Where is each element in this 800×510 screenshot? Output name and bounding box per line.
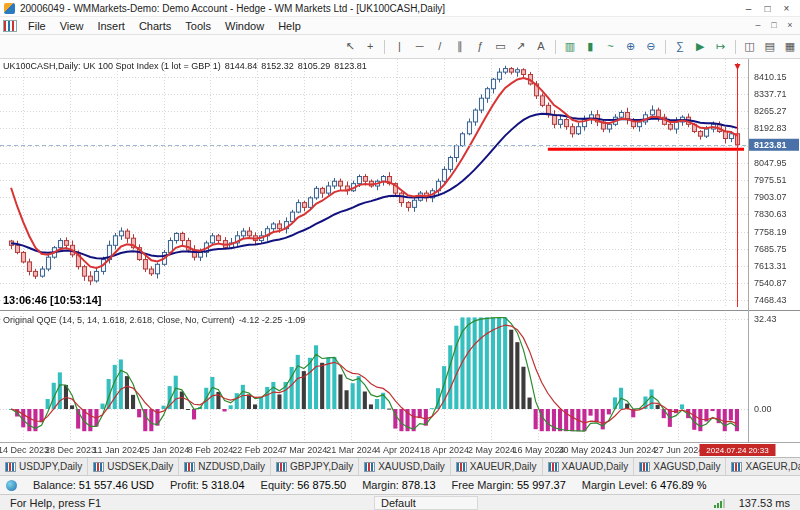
trade-margin: Margin:878.13	[362, 479, 435, 491]
latency-value: 137.53 ms	[733, 497, 796, 509]
chart-tab-icon	[93, 462, 104, 472]
tab-label: XAGEUR,Daily	[745, 461, 800, 472]
title-bar: 20006049 - WMMarkets-Demo: Demo Account …	[0, 0, 800, 17]
trade-balance: Balance:51 557.46 USD	[33, 479, 154, 491]
trade-balance-label: Balance:	[33, 479, 76, 491]
child-restore-button[interactable]: □	[766, 18, 782, 33]
menu-bar: File View Insert Charts Tools Window Hel…	[0, 17, 800, 35]
tab-label: XAGUSD,Daily	[653, 461, 720, 472]
trendline-icon[interactable]: /	[431, 37, 449, 56]
chart-tab-icon	[276, 462, 287, 472]
ohlc-open: 8144.84	[225, 61, 258, 71]
channel-icon[interactable]: ∥	[451, 37, 469, 56]
tab-xageur[interactable]: XAGEUR,Daily	[726, 458, 800, 475]
menu-window[interactable]: Window	[218, 19, 271, 33]
cascade-windows-icon[interactable]: ▤	[761, 37, 779, 56]
tile-windows-icon[interactable]: ◫	[740, 37, 758, 56]
child-window-controls: – □ ×	[750, 18, 800, 33]
trade-profit-value: 5 318.04	[202, 479, 245, 491]
trade-free-margin: Free Margin:55 997.37	[452, 479, 566, 491]
menu-tools[interactable]: Tools	[178, 19, 218, 33]
candlestick-chart-icon[interactable]: ▮	[581, 37, 599, 56]
trade-equity-value: 56 875.50	[297, 479, 346, 491]
line-chart-icon[interactable]: ~	[601, 37, 619, 56]
tab-label: XAUEUR,Daily	[470, 461, 537, 472]
minimize-button[interactable]: –	[739, 1, 758, 16]
tab-usdsek[interactable]: USDSEK,Daily	[88, 458, 179, 475]
chart-tab-icon	[5, 462, 16, 472]
chart-area: UK100CASH,Daily: UK 100 Spot Index (1 lo…	[0, 59, 800, 457]
tab-nzdusd[interactable]: NZDUSD,Daily	[179, 458, 271, 475]
connection-bars-icon	[714, 498, 725, 508]
menu-insert[interactable]: Insert	[90, 19, 132, 33]
arrow-tool-icon[interactable]: ↗	[512, 37, 530, 56]
trade-free-margin-value: 55 997.37	[517, 479, 566, 491]
fibonacci-icon[interactable]: ƒ	[471, 37, 489, 56]
tab-xagusd[interactable]: XAGUSD,Daily	[634, 458, 726, 475]
child-close-button[interactable]: ×	[782, 18, 798, 33]
tab-xaueur[interactable]: XAUEUR,Daily	[451, 458, 543, 475]
ohlc-close: 8123.81	[334, 61, 367, 71]
tab-label: USDSEK,Daily	[107, 461, 173, 472]
chart-tab-icon	[731, 462, 742, 472]
ohlc-high: 8152.32	[261, 61, 294, 71]
chart-window-icon	[3, 20, 17, 32]
auto-scroll-icon[interactable]: ▶	[691, 37, 709, 56]
clock-indicator: 13:06:46 [10:53:14]	[3, 294, 101, 306]
zoom-in-icon[interactable]: ⊕	[622, 37, 640, 56]
rectangle-icon[interactable]: ▭	[491, 37, 509, 56]
tab-gbpjpy[interactable]: GBPJPY,Daily	[271, 458, 359, 475]
text-tool-icon[interactable]: A	[532, 37, 550, 56]
vertical-line-icon[interactable]: |	[390, 37, 408, 56]
tab-label: NZDUSD,Daily	[198, 461, 265, 472]
trade-summary: Balance:51 557.46 USDProfit:5 318.04Equi…	[0, 475, 800, 494]
trade-free-margin-label: Free Margin:	[452, 479, 514, 491]
child-minimize-button[interactable]: –	[750, 18, 766, 33]
mt5-application-window: 20006049 - WMMarkets-Demo: Demo Account …	[0, 0, 800, 510]
bar-chart-icon[interactable]: ▥	[561, 37, 579, 56]
chart-tab-icon	[639, 462, 650, 472]
maximize-button[interactable]: □	[758, 1, 777, 16]
qqe-values: -4.12 -2.25 -1.09	[239, 315, 306, 325]
arrange-windows-icon[interactable]: ▦	[781, 37, 799, 56]
app-logo-icon	[4, 3, 15, 14]
ohlc-low: 8105.29	[298, 61, 331, 71]
horizontal-line-icon[interactable]: ─	[411, 37, 429, 56]
help-hint: For Help, press F1	[4, 497, 366, 509]
toolbar: ↖+|─/∥ƒ▭↗A▥▮~⊕⊖∑▶↦◫▤▦	[0, 35, 800, 59]
indicators-icon[interactable]: ∑	[671, 37, 689, 56]
trade-profit-label: Profit:	[170, 479, 199, 491]
tab-xauaud[interactable]: XAUAUD,Daily	[543, 458, 635, 475]
chart-tab-icon	[184, 462, 195, 472]
zoom-out-icon[interactable]: ⊖	[642, 37, 660, 56]
tab-usdjpy[interactable]: USDJPY,Daily	[0, 458, 88, 475]
close-button[interactable]: ×	[777, 1, 796, 16]
toolbar-separator	[555, 40, 556, 54]
trade-margin-level-label: Margin Level:	[582, 479, 648, 491]
chart-shift-icon[interactable]: ↦	[711, 37, 729, 56]
trade-equity: Equity:56 875.50	[261, 479, 347, 491]
tab-label: XAUAUD,Daily	[562, 461, 629, 472]
tab-label: GBPJPY,Daily	[290, 461, 353, 472]
menu-file[interactable]: File	[21, 19, 53, 33]
cursor-icon[interactable]: ↖	[341, 37, 359, 56]
menu-charts[interactable]: Charts	[132, 19, 178, 33]
chart-ohlc-header: UK100CASH,Daily: UK 100 Spot Index (1 lo…	[3, 61, 371, 71]
menu-view[interactable]: View	[53, 19, 91, 33]
trade-equity-label: Equity:	[261, 479, 295, 491]
chart-canvas[interactable]	[0, 59, 800, 457]
tab-label: USDJPY,Daily	[19, 461, 82, 472]
account-status-icon	[6, 480, 17, 491]
profile-name: Default	[374, 496, 478, 510]
trade-margin-label: Margin:	[362, 479, 399, 491]
chart-tab-icon	[364, 462, 375, 472]
trade-balance-value: 51 557.46 USD	[79, 479, 154, 491]
crosshair-icon[interactable]: +	[361, 37, 379, 56]
symbol-tabs: USDJPY,DailyUSDSEK,DailyNZDUSD,DailyGBPJ…	[0, 457, 800, 475]
tab-xauusd[interactable]: XAUUSD,Daily	[359, 458, 451, 475]
menu-help[interactable]: Help	[271, 19, 308, 33]
tab-label: XAUUSD,Daily	[378, 461, 445, 472]
chart-tab-icon	[456, 462, 467, 472]
trade-margin-level-value: 6 476.89 %	[651, 479, 707, 491]
trade-profit: Profit:5 318.04	[170, 479, 245, 491]
